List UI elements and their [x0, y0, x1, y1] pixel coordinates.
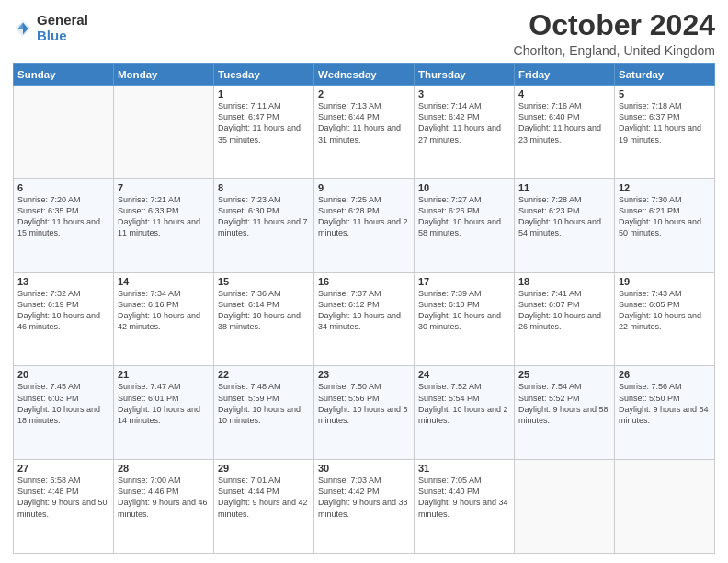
- calendar-cell: [515, 460, 615, 554]
- day-number: 23: [318, 369, 410, 380]
- day-info: Sunrise: 7:39 AM Sunset: 6:10 PM Dayligh…: [418, 288, 510, 333]
- day-info: Sunrise: 7:50 AM Sunset: 5:56 PM Dayligh…: [318, 381, 410, 426]
- day-number: 20: [17, 369, 109, 380]
- day-number: 17: [418, 276, 510, 287]
- calendar-cell: 4Sunrise: 7:16 AM Sunset: 6:40 PM Daylig…: [515, 86, 615, 179]
- day-number: 15: [218, 276, 310, 287]
- day-info: Sunrise: 7:32 AM Sunset: 6:19 PM Dayligh…: [17, 288, 109, 333]
- calendar-week-row: 1Sunrise: 7:11 AM Sunset: 6:47 PM Daylig…: [14, 86, 715, 179]
- day-info: Sunrise: 7:34 AM Sunset: 6:16 PM Dayligh…: [118, 288, 210, 333]
- day-info: Sunrise: 7:18 AM Sunset: 6:37 PM Dayligh…: [619, 100, 711, 145]
- calendar-cell: 21Sunrise: 7:47 AM Sunset: 6:01 PM Dayli…: [114, 366, 214, 460]
- day-number: 29: [218, 463, 310, 474]
- day-info: Sunrise: 7:03 AM Sunset: 4:42 PM Dayligh…: [318, 475, 410, 520]
- day-number: 3: [418, 88, 510, 99]
- day-number: 30: [318, 463, 410, 474]
- calendar-cell: 30Sunrise: 7:03 AM Sunset: 4:42 PM Dayli…: [314, 460, 415, 554]
- location: Chorlton, England, United Kingdom: [514, 43, 715, 58]
- calendar-cell: 10Sunrise: 7:27 AM Sunset: 6:26 PM Dayli…: [415, 178, 515, 272]
- day-info: Sunrise: 7:16 AM Sunset: 6:40 PM Dayligh…: [518, 100, 610, 145]
- day-number: 27: [17, 463, 109, 474]
- calendar-cell: 23Sunrise: 7:50 AM Sunset: 5:56 PM Dayli…: [314, 366, 415, 460]
- day-number: 26: [619, 369, 711, 380]
- calendar-day-header: Sunday: [14, 64, 114, 86]
- day-number: 5: [619, 88, 711, 99]
- calendar-cell: 6Sunrise: 7:20 AM Sunset: 6:35 PM Daylig…: [14, 178, 114, 272]
- day-info: Sunrise: 7:05 AM Sunset: 4:40 PM Dayligh…: [418, 475, 510, 520]
- calendar-cell: 16Sunrise: 7:37 AM Sunset: 6:12 PM Dayli…: [314, 272, 415, 366]
- day-number: 1: [218, 88, 310, 99]
- day-info: Sunrise: 7:56 AM Sunset: 5:50 PM Dayligh…: [619, 381, 711, 426]
- calendar-cell: 3Sunrise: 7:14 AM Sunset: 6:42 PM Daylig…: [415, 86, 515, 179]
- calendar-cell: 2Sunrise: 7:13 AM Sunset: 6:44 PM Daylig…: [314, 86, 415, 179]
- logo-icon: [13, 18, 33, 39]
- day-info: Sunrise: 7:28 AM Sunset: 6:23 PM Dayligh…: [518, 194, 610, 239]
- calendar-week-row: 13Sunrise: 7:32 AM Sunset: 6:19 PM Dayli…: [14, 272, 715, 366]
- day-number: 9: [318, 182, 410, 193]
- day-info: Sunrise: 7:14 AM Sunset: 6:42 PM Dayligh…: [418, 100, 510, 145]
- calendar-cell: 1Sunrise: 7:11 AM Sunset: 6:47 PM Daylig…: [214, 86, 314, 179]
- calendar-cell: 24Sunrise: 7:52 AM Sunset: 5:54 PM Dayli…: [415, 366, 515, 460]
- calendar-cell: 18Sunrise: 7:41 AM Sunset: 6:07 PM Dayli…: [515, 272, 615, 366]
- day-info: Sunrise: 7:36 AM Sunset: 6:14 PM Dayligh…: [218, 288, 310, 333]
- calendar-cell: [615, 460, 715, 554]
- day-number: 11: [518, 182, 610, 193]
- day-number: 2: [318, 88, 410, 99]
- day-number: 24: [418, 369, 510, 380]
- day-info: Sunrise: 7:47 AM Sunset: 6:01 PM Dayligh…: [118, 381, 210, 426]
- day-info: Sunrise: 7:00 AM Sunset: 4:46 PM Dayligh…: [118, 475, 210, 520]
- calendar-cell: 19Sunrise: 7:43 AM Sunset: 6:05 PM Dayli…: [615, 272, 715, 366]
- calendar-cell: 15Sunrise: 7:36 AM Sunset: 6:14 PM Dayli…: [214, 272, 314, 366]
- calendar-cell: [14, 86, 114, 179]
- day-number: 14: [118, 276, 210, 287]
- calendar-cell: 9Sunrise: 7:25 AM Sunset: 6:28 PM Daylig…: [314, 178, 415, 272]
- calendar-cell: [114, 86, 214, 179]
- calendar-header-row: SundayMondayTuesdayWednesdayThursdayFrid…: [14, 64, 715, 86]
- calendar-cell: 13Sunrise: 7:32 AM Sunset: 6:19 PM Dayli…: [14, 272, 114, 366]
- day-info: Sunrise: 7:11 AM Sunset: 6:47 PM Dayligh…: [218, 100, 310, 145]
- logo: General Blue: [13, 13, 88, 43]
- logo-text: General Blue: [37, 13, 88, 43]
- calendar-cell: 28Sunrise: 7:00 AM Sunset: 4:46 PM Dayli…: [114, 460, 214, 554]
- calendar-cell: 31Sunrise: 7:05 AM Sunset: 4:40 PM Dayli…: [415, 460, 515, 554]
- calendar-cell: 20Sunrise: 7:45 AM Sunset: 6:03 PM Dayli…: [14, 366, 114, 460]
- calendar-cell: 25Sunrise: 7:54 AM Sunset: 5:52 PM Dayli…: [515, 366, 615, 460]
- page: General Blue October 2024 Chorlton, Engl…: [0, 0, 728, 563]
- day-number: 25: [518, 369, 610, 380]
- day-info: Sunrise: 7:01 AM Sunset: 4:44 PM Dayligh…: [218, 475, 310, 520]
- day-info: Sunrise: 7:43 AM Sunset: 6:05 PM Dayligh…: [619, 288, 711, 333]
- calendar-cell: 5Sunrise: 7:18 AM Sunset: 6:37 PM Daylig…: [615, 86, 715, 179]
- day-number: 21: [118, 369, 210, 380]
- calendar-table: SundayMondayTuesdayWednesdayThursdayFrid…: [13, 63, 715, 554]
- header: General Blue October 2024 Chorlton, Engl…: [13, 9, 715, 58]
- calendar-day-header: Tuesday: [214, 64, 314, 86]
- day-info: Sunrise: 7:45 AM Sunset: 6:03 PM Dayligh…: [17, 381, 109, 426]
- day-info: Sunrise: 7:21 AM Sunset: 6:33 PM Dayligh…: [118, 194, 210, 239]
- calendar-week-row: 6Sunrise: 7:20 AM Sunset: 6:35 PM Daylig…: [14, 178, 715, 272]
- day-number: 31: [418, 463, 510, 474]
- calendar-cell: 8Sunrise: 7:23 AM Sunset: 6:30 PM Daylig…: [214, 178, 314, 272]
- day-info: Sunrise: 7:30 AM Sunset: 6:21 PM Dayligh…: [619, 194, 711, 239]
- calendar-cell: 7Sunrise: 7:21 AM Sunset: 6:33 PM Daylig…: [114, 178, 214, 272]
- day-number: 28: [118, 463, 210, 474]
- calendar-cell: 11Sunrise: 7:28 AM Sunset: 6:23 PM Dayli…: [515, 178, 615, 272]
- day-number: 6: [17, 182, 109, 193]
- calendar-cell: 26Sunrise: 7:56 AM Sunset: 5:50 PM Dayli…: [615, 366, 715, 460]
- day-number: 16: [318, 276, 410, 287]
- calendar-cell: 22Sunrise: 7:48 AM Sunset: 5:59 PM Dayli…: [214, 366, 314, 460]
- day-number: 22: [218, 369, 310, 380]
- day-info: Sunrise: 7:52 AM Sunset: 5:54 PM Dayligh…: [418, 381, 510, 426]
- calendar-week-row: 27Sunrise: 6:58 AM Sunset: 4:48 PM Dayli…: [14, 460, 715, 554]
- day-number: 12: [619, 182, 711, 193]
- day-number: 13: [17, 276, 109, 287]
- calendar-cell: 12Sunrise: 7:30 AM Sunset: 6:21 PM Dayli…: [615, 178, 715, 272]
- day-number: 19: [619, 276, 711, 287]
- day-info: Sunrise: 7:25 AM Sunset: 6:28 PM Dayligh…: [318, 194, 410, 239]
- calendar-cell: 29Sunrise: 7:01 AM Sunset: 4:44 PM Dayli…: [214, 460, 314, 554]
- calendar-cell: 14Sunrise: 7:34 AM Sunset: 6:16 PM Dayli…: [114, 272, 214, 366]
- day-info: Sunrise: 7:48 AM Sunset: 5:59 PM Dayligh…: [218, 381, 310, 426]
- calendar-day-header: Saturday: [615, 64, 715, 86]
- day-info: Sunrise: 7:37 AM Sunset: 6:12 PM Dayligh…: [318, 288, 410, 333]
- day-info: Sunrise: 7:13 AM Sunset: 6:44 PM Dayligh…: [318, 100, 410, 145]
- title-block: October 2024 Chorlton, England, United K…: [514, 9, 715, 58]
